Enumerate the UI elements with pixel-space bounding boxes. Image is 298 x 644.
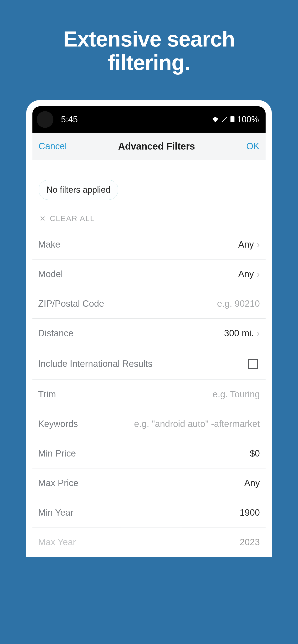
keywords-input[interactable]: e.g. "android auto" -aftermarket <box>134 419 260 429</box>
filter-label: ZIP/Postal Code <box>38 299 104 309</box>
cancel-button[interactable]: Cancel <box>39 141 67 152</box>
filter-label: Trim <box>38 389 56 400</box>
filter-label: Distance <box>38 328 73 338</box>
applied-filters-area: No filters applied <box>32 160 266 200</box>
clear-all-label: CLEAR ALL <box>50 214 95 223</box>
status-left: 5:45 <box>37 111 78 128</box>
camera-cutout <box>37 111 53 128</box>
filter-value: 2023 <box>240 537 260 548</box>
svg-rect-1 <box>232 116 233 117</box>
filter-row-max-year[interactable]: Max Year 2023 <box>32 527 266 557</box>
filter-value: e.g. "android auto" -aftermarket <box>134 419 260 429</box>
international-checkbox[interactable] <box>248 359 258 369</box>
filter-row-distance[interactable]: Distance 300 mi. › <box>32 318 266 348</box>
ok-button[interactable]: OK <box>246 141 259 152</box>
hero-line2: filtering. <box>108 51 190 75</box>
trim-input[interactable]: e.g. Touring <box>213 389 260 400</box>
filters-content: No filters applied ✕ CLEAR ALL Make Any … <box>32 160 266 557</box>
chevron-right-icon: › <box>257 269 260 280</box>
signal-icon <box>221 114 228 124</box>
screen: 5:45 100% Cancel Advanced Filters OK <box>32 106 266 557</box>
filter-value: $0 <box>250 448 260 459</box>
filter-label: Min Year <box>38 508 73 518</box>
filter-row-max-price[interactable]: Max Price Any <box>32 468 266 498</box>
filter-value: Any › <box>238 239 260 250</box>
status-bar: 5:45 100% <box>32 106 266 132</box>
status-right: 100% <box>212 114 259 124</box>
filter-row-trim[interactable]: Trim e.g. Touring <box>32 380 266 409</box>
filter-row-international[interactable]: Include International Results <box>32 348 266 380</box>
nav-bar: Cancel Advanced Filters OK <box>32 132 266 160</box>
filter-label: Max Price <box>38 478 78 488</box>
filter-row-model[interactable]: Model Any › <box>32 259 266 289</box>
filter-row-keywords[interactable]: Keywords e.g. "android auto" -aftermarke… <box>32 409 266 439</box>
chevron-right-icon: › <box>257 239 260 250</box>
filter-value: Any › <box>238 269 260 280</box>
status-time: 5:45 <box>61 114 78 124</box>
wifi-icon <box>212 114 219 124</box>
battery-icon <box>230 114 235 124</box>
filter-label: Model <box>38 269 63 279</box>
filter-row-zip[interactable]: ZIP/Postal Code e.g. 90210 <box>32 289 266 318</box>
hero-section: Extensive search filtering. <box>0 0 298 75</box>
filter-label: Include International Results <box>38 359 153 369</box>
filter-row-min-price[interactable]: Min Price $0 <box>32 439 266 468</box>
filter-value: e.g. Touring <box>213 389 260 400</box>
hero-line1: Extensive search <box>63 27 235 51</box>
filter-row-make[interactable]: Make Any › <box>32 230 266 259</box>
hero-title: Extensive search filtering. <box>9 28 289 75</box>
filter-label: Keywords <box>38 419 78 429</box>
no-filters-chip[interactable]: No filters applied <box>39 180 118 200</box>
filter-value <box>248 359 260 369</box>
filter-label: Min Price <box>38 448 76 459</box>
filter-value: Any <box>244 478 260 488</box>
chevron-right-icon: › <box>257 328 260 339</box>
filter-value: 1900 <box>240 508 260 518</box>
filter-value: e.g. 90210 <box>217 299 260 309</box>
svg-rect-0 <box>231 116 235 122</box>
battery-percent: 100% <box>237 114 259 124</box>
filter-row-min-year[interactable]: Min Year 1900 <box>32 498 266 527</box>
clear-all-button[interactable]: ✕ CLEAR ALL <box>32 200 266 230</box>
filter-value: 300 mi. › <box>224 328 260 339</box>
close-icon: ✕ <box>39 214 46 223</box>
filter-label: Max Year <box>38 537 76 548</box>
nav-title: Advanced Filters <box>118 141 195 152</box>
zip-input[interactable]: e.g. 90210 <box>217 299 260 309</box>
filter-label: Make <box>38 240 60 250</box>
device-frame: 5:45 100% Cancel Advanced Filters OK <box>26 100 272 557</box>
